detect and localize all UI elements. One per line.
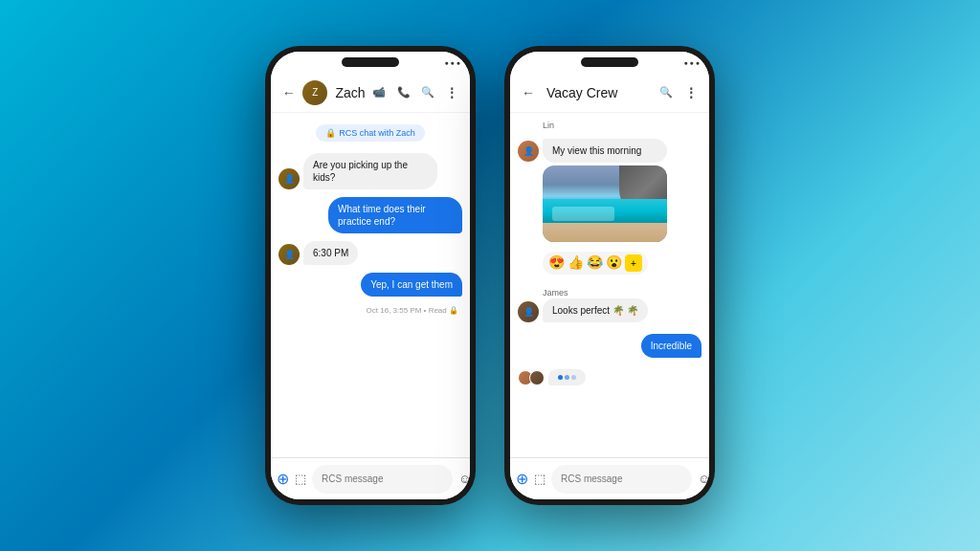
- contact-avatar-1: Z: [302, 80, 327, 105]
- input-bar-2: ⊕ ⬚ ☺ 🎤: [510, 457, 709, 499]
- james-message-row: 👤 Looks perfect 🌴 🌴: [518, 298, 702, 322]
- phone-notch-2: [581, 57, 638, 67]
- beach-people-decoration: [552, 207, 614, 221]
- sand-decoration: [543, 223, 667, 242]
- more-menu-2[interactable]: ⋮: [680, 82, 702, 103]
- back-button-2[interactable]: ←: [518, 82, 539, 103]
- emoji-button-2[interactable]: ☺: [698, 469, 709, 490]
- back-button-1[interactable]: ←: [278, 82, 299, 103]
- top-bar-2: ← Vacay Crew 🔍 ⋮: [510, 73, 709, 113]
- dot-1: [558, 375, 563, 380]
- message-timestamp: Oct 16, 3:55 PM • Read 🔒: [278, 306, 458, 315]
- sticker-button-1[interactable]: ⬚: [295, 469, 306, 490]
- james-avatar: 👤: [518, 301, 539, 322]
- chat-area-1: 🔒 RCS chat with Zach 👤 Are you picking u…: [271, 113, 470, 457]
- message-row-1: 👤 Are you picking up the kids?: [278, 153, 462, 189]
- message-bubble-2: What time does their practice end?: [328, 197, 462, 233]
- search-icon-2[interactable]: 🔍: [656, 82, 677, 103]
- zach-avatar-2: 👤: [278, 244, 300, 265]
- lock-icon-small: 🔒: [449, 306, 458, 315]
- message-bubble-4: Yep, I can get them: [361, 273, 462, 297]
- message-row-2: What time does their practice end?: [278, 197, 462, 233]
- phone-1-screen: ● ● ● ← Z Zach 📹 📞 🔍 ⋮ 🔒 RCS chat with Z…: [271, 52, 470, 499]
- add-button-2[interactable]: ⊕: [516, 469, 528, 490]
- reaction-yellow: +: [625, 254, 642, 272]
- beach-image: [543, 165, 667, 242]
- input-bar-1: ⊕ ⬚ ☺ 🎤: [271, 457, 470, 499]
- phone-2: ● ● ● ← Vacay Crew 🔍 ⋮ Lin 👤 My view thi…: [504, 46, 715, 505]
- james-section: James 👤 Looks perfect 🌴 🌴: [518, 288, 702, 322]
- reaction-surprised: 😮: [606, 254, 622, 272]
- reaction-heart-eyes: 😍: [548, 254, 565, 272]
- phone-1: ● ● ● ← Z Zach 📹 📞 🔍 ⋮ 🔒 RCS chat with Z…: [265, 46, 476, 505]
- sender-name-james: James: [543, 288, 702, 298]
- reaction-laughing: 😂: [587, 254, 603, 272]
- sent-incredible-row: Incredible: [518, 334, 702, 358]
- reaction-thumbs-up: 👍: [568, 254, 584, 272]
- message-row-4: Yep, I can get them: [278, 273, 462, 297]
- video-icon[interactable]: 📹: [369, 82, 390, 103]
- add-button-1[interactable]: ⊕: [277, 469, 289, 490]
- emoji-button-1[interactable]: ☺: [458, 469, 470, 490]
- typing-dots-bubble: [548, 369, 586, 386]
- message-row-3: 👤 6:30 PM: [278, 241, 462, 265]
- incredible-bubble: Incredible: [641, 334, 702, 358]
- rcs-label: 🔒 RCS chat with Zach: [316, 124, 425, 142]
- message-bubble-1: Are you picking up the kids?: [303, 153, 437, 189]
- message-input-2[interactable]: [551, 465, 692, 494]
- typing-avatars: [518, 370, 545, 386]
- top-bar-1: ← Z Zach 📹 📞 🔍 ⋮: [271, 73, 470, 113]
- message-input-1[interactable]: [312, 465, 453, 494]
- more-menu-1[interactable]: ⋮: [442, 82, 462, 103]
- lin-message-row: 👤 My view this morning: [518, 139, 702, 242]
- chat-area-2: Lin 👤 My view this morning: [510, 113, 709, 457]
- sender-name-lin: Lin: [543, 121, 702, 130]
- search-icon-1[interactable]: 🔍: [417, 82, 437, 103]
- dot-2: [565, 375, 569, 380]
- phone-icon[interactable]: 📞: [393, 82, 413, 103]
- lock-icon: 🔒: [325, 128, 336, 138]
- chat-title-2: Vacay Crew: [546, 85, 652, 100]
- sticker-button-2[interactable]: ⬚: [534, 469, 546, 490]
- reactions-container[interactable]: 😍 👍 😂 😮 +: [543, 252, 648, 275]
- message-bubble-3: 6:30 PM: [303, 241, 358, 265]
- phone-2-screen: ● ● ● ← Vacay Crew 🔍 ⋮ Lin 👤 My view thi…: [510, 52, 709, 499]
- rcs-label-container: 🔒 RCS chat with Zach: [278, 124, 462, 142]
- lin-message-content: My view this morning: [543, 139, 667, 242]
- lin-avatar: 👤: [518, 141, 539, 162]
- lin-text-bubble: My view this morning: [543, 139, 667, 163]
- chat-title-1: Zach: [335, 85, 365, 100]
- typing-indicator-row: [518, 369, 702, 386]
- typing-avatar-2: [529, 370, 545, 386]
- dot-3: [571, 375, 576, 380]
- zach-avatar-1: 👤: [278, 168, 300, 189]
- james-bubble: Looks perfect 🌴 🌴: [543, 298, 648, 322]
- phone-notch-1: [342, 57, 399, 67]
